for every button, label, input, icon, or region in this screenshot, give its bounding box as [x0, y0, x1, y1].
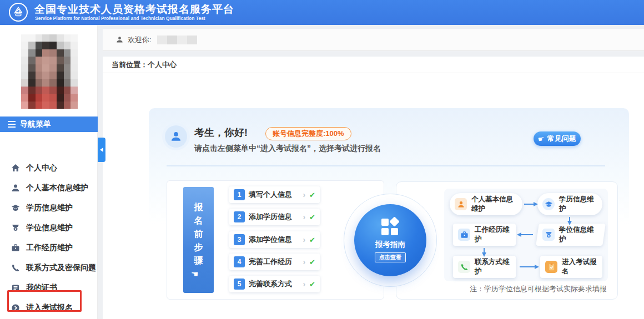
step-row-3[interactable]: 3 添加学位信息 › ✔ [229, 231, 320, 248]
exam-guide-button[interactable]: 报考指南 点击查看 [354, 204, 426, 276]
step-row-1[interactable]: 1 填写个人信息 › ✔ [229, 186, 320, 203]
platform-subtitle: Service Platform for National Profession… [35, 16, 205, 21]
grid-diamond-icon [381, 218, 399, 236]
breadcrumb-label: 当前位置：个人中心 [112, 60, 177, 70]
steps-banner: 报名前步骤 ☚ [183, 187, 214, 293]
chevron-right-icon: › [303, 235, 305, 244]
sidebar-item-label: 联系方式及密保问题 [26, 263, 96, 273]
hamburger-icon [8, 121, 16, 128]
flow-box-label: 学位信息维护 [559, 225, 599, 244]
sidebar-item-label: 进入考试报名 [26, 303, 73, 313]
check-icon: ✔ [309, 236, 315, 244]
greeting-title: 考生，你好! [194, 126, 248, 139]
user-icon [170, 130, 182, 143]
flow-box-label: 学历信息维护 [559, 195, 597, 214]
sidebar-item-personal-center[interactable]: 个人中心 [0, 158, 98, 178]
app-header: 全国专业技术人员资格考试报名服务平台 Service Platform for … [0, 0, 644, 25]
arrow-down-icon [484, 248, 485, 253]
sidebar-item-label: 我的证书 [26, 283, 57, 293]
user-icon [116, 36, 123, 43]
user-icon [455, 198, 467, 210]
guide-title: 报考指南 [375, 240, 405, 250]
check-icon: ✔ [309, 280, 315, 288]
phone-icon [11, 264, 20, 272]
chevron-right-icon: › [303, 190, 305, 199]
sidebar-item-basic-info[interactable]: 个人基本信息维护 [0, 178, 98, 198]
step-row-2[interactable]: 2 添加学历信息 › ✔ [229, 209, 320, 225]
sidebar-item-degree-info[interactable]: 学位信息维护 [0, 218, 98, 238]
breadcrumb: 当前位置：个人中心 [103, 57, 644, 73]
step-label: 添加学历信息 [249, 212, 299, 222]
education-icon [542, 198, 555, 210]
page: 全国专业技术人员资格考试报名服务平台 Service Platform for … [0, 0, 644, 319]
welcome-label: 欢迎你: [128, 35, 152, 45]
arrow-right-icon [524, 204, 534, 205]
clipboard-icon [545, 261, 557, 273]
chevron-right-icon: › [303, 280, 305, 288]
greeting-subtitle: 请点击左侧菜单中“进入考试报名”，选择考试进行报名 [194, 144, 381, 154]
sidebar-item-my-certificates[interactable]: 我的证书 [0, 278, 98, 298]
enter-icon [11, 303, 20, 312]
step-number: 1 [234, 189, 245, 200]
user-photo [21, 34, 78, 109]
phone-icon [458, 261, 470, 273]
chevron-left-icon [100, 148, 103, 152]
platform-logo-icon [9, 3, 28, 22]
check-icon: ✔ [309, 213, 315, 221]
nav-menu-title: 导航菜单 [20, 119, 51, 129]
home-icon [11, 164, 20, 173]
step-row-4[interactable]: 4 完善工作经历 › ✔ [229, 254, 320, 270]
flow-box-label: 联系方式维护 [475, 257, 511, 276]
sidebar-item-label: 学位信息维护 [26, 223, 73, 233]
flow-box-degree-info[interactable]: 学位信息维护 [536, 224, 606, 246]
section-divider [167, 165, 605, 166]
sidebar-collapse-button[interactable] [98, 138, 105, 162]
chevron-right-icon: › [303, 212, 305, 221]
flow-note: 注：学历学位信息可根据考试实际要求填报 [440, 284, 607, 294]
flow-box-contact-info[interactable]: 联系方式维护 [453, 256, 516, 278]
check-icon: ✔ [309, 258, 315, 266]
step-label: 完善工作经历 [249, 257, 299, 267]
arrow-down-icon [569, 217, 570, 221]
flow-box-education-info[interactable]: 学历信息维护 [537, 193, 602, 215]
sidebar-item-label: 学历信息维护 [26, 203, 73, 213]
flow-box-enter-exam[interactable]: 进入考试报名 [540, 256, 602, 278]
pointing-hand-icon: ☛ [537, 134, 545, 144]
briefcase-icon [11, 244, 20, 252]
arrow-left-icon [521, 234, 533, 235]
step-label: 添加学位信息 [249, 235, 299, 245]
sidebar-item-contact-security[interactable]: 联系方式及密保问题 [0, 258, 98, 278]
step-label: 完善联系方式 [249, 279, 299, 289]
faq-button[interactable]: ☛ 常见问题 [534, 131, 581, 146]
briefcase-icon [458, 229, 470, 241]
sidebar-item-work-experience[interactable]: 工作经历维护 [0, 238, 98, 258]
education-icon [11, 204, 20, 212]
sidebar-item-label: 个人基本信息维护 [26, 183, 88, 193]
welcome-bar: 欢迎你: [103, 29, 644, 51]
step-row-5[interactable]: 5 完善联系方式 › ✔ [229, 276, 320, 292]
step-label: 填写个人信息 [249, 190, 299, 200]
avatar [165, 125, 187, 148]
sidebar-item-education-info[interactable]: 学历信息维护 [0, 198, 98, 218]
user-icon [11, 184, 20, 193]
guide-click-badge: 点击查看 [375, 252, 406, 262]
check-icon: ✔ [309, 191, 315, 199]
pointing-hand-icon: ☚ [191, 269, 198, 279]
flow-box-label: 工作经历维护 [475, 225, 511, 244]
step-number: 5 [234, 279, 245, 290]
sidebar: 导航菜单 个人中心 个人基本信息维护 学历信息维护 学位信息维护 工作经历维护 [0, 25, 98, 319]
step-number: 2 [234, 211, 245, 222]
step-number: 3 [234, 234, 245, 245]
flow-box-basic-info[interactable]: 个人基本信息维护 [450, 193, 522, 215]
step-number: 4 [234, 256, 245, 267]
flow-box-label: 进入考试报名 [562, 257, 597, 276]
sidebar-item-enter-exam-registration[interactable]: 进入考试报名 [0, 298, 98, 318]
chevron-right-icon: › [303, 257, 305, 266]
degree-icon [11, 224, 20, 232]
flow-box-label: 个人基本信息维护 [471, 195, 517, 214]
faq-button-label: 常见问题 [547, 134, 576, 144]
arrow-right-icon [520, 266, 535, 267]
certificate-icon [11, 283, 20, 292]
flow-box-work-experience[interactable]: 工作经历维护 [453, 224, 516, 246]
sidebar-item-label: 个人中心 [26, 163, 57, 173]
